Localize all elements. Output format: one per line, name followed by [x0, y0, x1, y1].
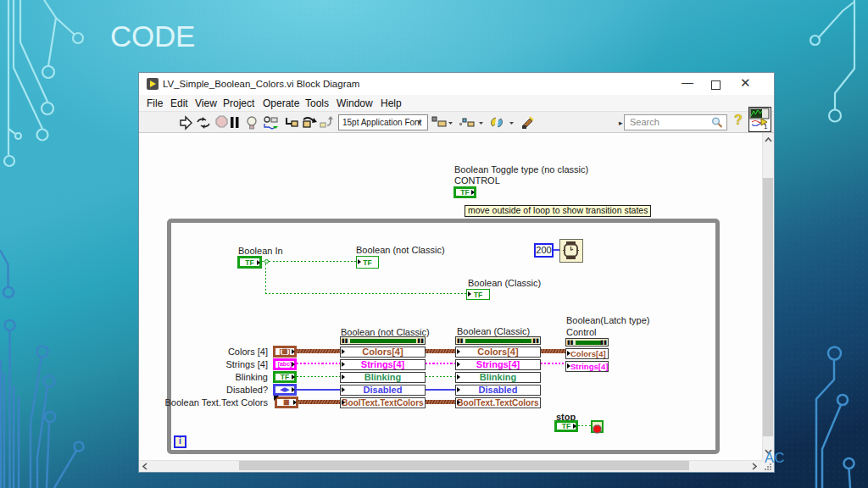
- svg-text:1: 1: [764, 123, 768, 130]
